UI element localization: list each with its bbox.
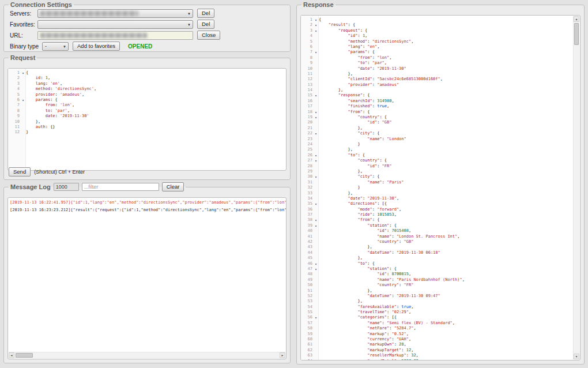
fold-gutter <box>313 66 319 72</box>
fold-arrow-icon[interactable]: ▾ <box>313 174 319 179</box>
code-line: 63 "resellerMarkup": 32, <box>301 353 580 358</box>
favorites-select[interactable]: ▼ <box>37 20 193 29</box>
log-clear-button[interactable]: Clear <box>162 182 184 191</box>
code-text: "station": { <box>319 223 397 228</box>
servers-value-redacted <box>40 11 138 16</box>
url-input[interactable] <box>37 31 193 40</box>
code-line: 59 "markup": "0.52", <box>301 332 580 337</box>
send-button[interactable]: Send <box>9 167 31 177</box>
fold-arrow-icon[interactable]: ▾ <box>313 223 319 228</box>
vertical-scrollbar-thumb[interactable] <box>574 23 579 45</box>
horizontal-scrollbar-thumb[interactable] <box>16 353 33 358</box>
connection-settings-title: Connection Settings <box>9 1 74 8</box>
fold-gutter <box>313 82 319 88</box>
fold-gutter <box>313 44 319 50</box>
line-number: 22 <box>301 131 313 136</box>
fold-gutter <box>313 348 319 353</box>
line-number: 8 <box>301 55 313 61</box>
line-number: 27 <box>301 158 313 163</box>
fold-arrow-icon[interactable]: ▾ <box>313 201 319 206</box>
fold-arrow-icon[interactable]: ▾ <box>313 266 319 272</box>
scroll-down-icon[interactable]: ▼ <box>574 354 579 359</box>
code-text: "id": 8700815, <box>319 272 411 277</box>
code-text: }, <box>319 72 353 77</box>
fold-arrow-icon[interactable]: ▾ <box>313 315 319 320</box>
fold-gutter <box>313 104 319 109</box>
code-line: 2 id: 1, <box>8 76 286 81</box>
code-line: 22▾ "city": { <box>301 131 580 136</box>
response-title: Response <box>301 1 336 8</box>
scroll-right-icon[interactable]: ► <box>280 352 285 358</box>
code-line: 9 date: '2019-11-30' <box>8 114 286 119</box>
fold-arrow-icon[interactable]: ▾ <box>313 50 319 55</box>
fold-arrow-icon[interactable]: ▾ <box>20 97 26 103</box>
response-editor[interactable]: 1▾{2▾ "result": {3▾ "request": {4 "id": … <box>300 15 581 361</box>
favorites-delete-button[interactable]: Del <box>197 20 214 29</box>
code-text: from: 'lon', <box>26 103 74 108</box>
line-number: 12 <box>8 130 20 135</box>
fold-arrow-icon[interactable]: ▾ <box>20 70 26 76</box>
binary-type-select[interactable]: - ▼ <box>42 42 69 51</box>
message-log-area[interactable]: [2019-11-13 16:22:41.957]{"id":1,"lang":… <box>7 197 287 359</box>
fold-gutter <box>313 72 319 77</box>
servers-select[interactable]: ▼ <box>37 9 193 18</box>
fold-gutter <box>313 321 319 326</box>
code-line: 10 }, <box>8 119 286 125</box>
request-editor[interactable]: 1▾{2 id: 1,3 lang: 'en',4 method: 'direc… <box>7 68 287 171</box>
websocket-client-app: { "colors":{ "key":"#96201f", "string":"… <box>0 0 588 368</box>
code-line: 52 "dateTime": "2019-11-30 09:47" <box>301 294 580 299</box>
servers-label: Servers: <box>10 10 37 17</box>
fold-gutter <box>313 234 319 239</box>
line-number: 24 <box>301 142 313 147</box>
fold-arrow-icon[interactable]: ▾ <box>313 28 319 33</box>
code-text: "name": "Semi flex (BV) - Standard", <box>319 321 455 326</box>
fold-gutter <box>20 87 26 92</box>
fold-arrow-icon[interactable]: ▾ <box>313 93 319 98</box>
code-text: "country": { <box>319 115 387 120</box>
fold-arrow-icon[interactable]: ▾ <box>313 261 319 266</box>
line-number: 5 <box>301 39 313 44</box>
line-number: 33 <box>301 191 313 196</box>
line-number: 3 <box>301 28 313 33</box>
line-number: 60 <box>301 337 313 342</box>
fold-gutter <box>313 196 319 201</box>
scroll-up-icon[interactable]: ▲ <box>574 16 579 22</box>
code-text: "id": "FR" <box>319 164 391 169</box>
fold-gutter <box>313 228 319 234</box>
fold-arrow-icon[interactable]: ▾ <box>313 22 319 28</box>
vertical-scrollbar[interactable]: ▲ ▼ <box>573 16 579 359</box>
code-line: 5 provider: 'amadeus', <box>8 92 286 97</box>
code-line: 44 "dateTime": "2019-11-30 06:18" <box>301 250 580 256</box>
fold-arrow-icon[interactable]: ▾ <box>313 115 319 120</box>
message-log-title: Message Log <box>10 183 51 190</box>
horizontal-scrollbar[interactable]: ◄ ► <box>9 352 285 358</box>
code-line: 38▾ "from": { <box>301 217 580 223</box>
fold-arrow-icon[interactable]: ▾ <box>313 158 319 163</box>
log-entry: [2019-11-13 16:23:23.212]{"result":{"req… <box>10 206 286 214</box>
connection-status-badge: OPENED <box>128 43 152 50</box>
line-number: 61 <box>301 342 313 347</box>
log-filter-input[interactable] <box>82 183 159 191</box>
fold-arrow-icon[interactable]: ▾ <box>313 110 319 115</box>
line-number: 50 <box>301 283 313 288</box>
fold-arrow-icon[interactable]: ▾ <box>313 131 319 136</box>
fold-gutter <box>313 55 319 61</box>
fold-gutter <box>313 207 319 212</box>
code-text: }, <box>319 245 372 250</box>
scroll-left-icon[interactable]: ◄ <box>9 352 14 358</box>
servers-delete-button[interactable]: Del <box>197 9 214 18</box>
code-text: "params": { <box>319 50 375 55</box>
code-text: }, <box>319 169 363 174</box>
add-to-favorites-button[interactable]: Add to favorites <box>73 42 120 51</box>
line-number: 11 <box>301 72 313 77</box>
close-connection-button[interactable]: Close <box>197 31 220 40</box>
fold-arrow-icon[interactable]: ▾ <box>313 153 319 158</box>
log-limit-input[interactable] <box>54 183 79 191</box>
line-number: 20 <box>301 120 313 125</box>
fold-gutter <box>313 126 319 131</box>
line-number: 1 <box>8 70 20 76</box>
fold-gutter <box>313 61 319 66</box>
code-text: params: { <box>26 97 58 103</box>
fold-arrow-icon[interactable]: ▾ <box>313 17 319 22</box>
fold-arrow-icon[interactable]: ▾ <box>313 217 319 223</box>
